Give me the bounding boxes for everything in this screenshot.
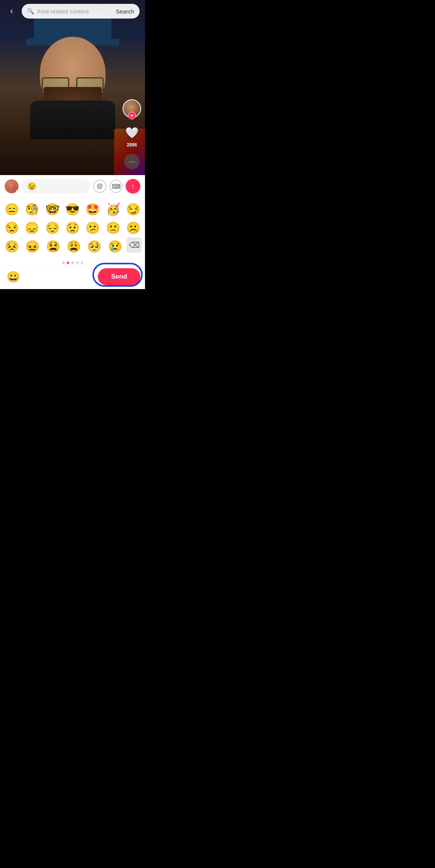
side-actions: + 🤍 2886 ··· xyxy=(123,99,141,169)
send-arrow-button[interactable]: ↑ xyxy=(126,179,140,194)
search-bar[interactable]: 🔍 Find related content Search xyxy=(22,4,140,19)
emoji-cell[interactable]: 🧐 xyxy=(23,200,41,218)
user-avatar: ♻ xyxy=(5,179,19,193)
dot-5 xyxy=(81,262,83,264)
keyboard-button[interactable]: ⌨ xyxy=(109,180,123,193)
emoji-cell[interactable]: 😩 xyxy=(65,237,82,255)
emoji-cell[interactable]: 😞 xyxy=(23,219,41,237)
comment-emoji: 😉 xyxy=(27,182,37,191)
emoji-cell[interactable]: 😣 xyxy=(3,237,21,255)
emoji-row-3: 😣 😖 😫 😩 🥺 😢 ⌫ xyxy=(2,237,143,255)
emoji-cell[interactable]: 😔 xyxy=(43,219,61,237)
comment-input-row: ♻ 😉 @ ⌨ ↑ xyxy=(0,175,145,198)
search-button[interactable]: Search xyxy=(116,8,134,15)
video-person xyxy=(19,12,127,135)
emoji-cell[interactable]: 😑 xyxy=(3,200,20,218)
more-action[interactable]: ··· xyxy=(124,154,140,169)
search-placeholder-text: Find related content xyxy=(38,8,113,15)
dot-1 xyxy=(62,262,65,264)
page-dots xyxy=(0,259,145,266)
emoji-cell[interactable]: 😒 xyxy=(3,219,20,237)
bottom-section: ♻ 😉 @ ⌨ ↑ 😑 🧐 🤓 😎 🤩 🥳 😏 xyxy=(0,175,145,289)
emoji-cell[interactable]: 😏 xyxy=(125,200,142,218)
emoji-row-1: 😑 🧐 🤓 😎 🤩 🥳 😏 xyxy=(2,200,143,218)
user-avatar-badge: ♻ xyxy=(14,189,19,193)
comment-actions: @ ⌨ ↑ xyxy=(93,179,140,194)
send-button[interactable]: Send xyxy=(98,268,140,285)
emoji-cell[interactable]: 🥳 xyxy=(104,200,122,218)
emoji-cell[interactable]: 😕 xyxy=(84,219,102,237)
follow-badge[interactable]: + xyxy=(128,112,136,119)
emoji-tab-button[interactable]: 😀 xyxy=(5,268,22,285)
bottom-bar: 😀 Send xyxy=(0,266,145,289)
emoji-cell[interactable]: 🤩 xyxy=(84,200,102,218)
more-icon: ··· xyxy=(124,154,140,169)
dot-3 xyxy=(72,262,74,264)
emoji-grid: 😑 🧐 🤓 😎 🤩 🥳 😏 😒 😞 😔 😟 😕 🙁 ☹️ 😣 xyxy=(0,198,145,259)
emoji-cell[interactable]: 🤓 xyxy=(43,200,61,218)
emoji-cell[interactable]: 😫 xyxy=(44,237,62,255)
delete-emoji-button[interactable]: ⌫ xyxy=(126,237,142,253)
header: ‹ 🔍 Find related content Search xyxy=(0,0,145,22)
body xyxy=(30,100,115,139)
search-icon: 🔍 xyxy=(27,8,34,15)
emoji-row-2: 😒 😞 😔 😟 😕 🙁 ☹️ xyxy=(2,219,143,237)
smiley-icon: 😀 xyxy=(7,271,20,283)
back-button[interactable]: ‹ xyxy=(5,5,18,17)
emoji-cell[interactable]: 😎 xyxy=(63,200,81,218)
dot-4 xyxy=(76,262,78,264)
like-action[interactable]: 🤍 2886 xyxy=(123,124,140,148)
emoji-cell[interactable]: 😖 xyxy=(24,237,41,255)
dot-2-active xyxy=(67,262,69,264)
at-mention-button[interactable]: @ xyxy=(93,180,106,193)
comment-input[interactable]: 😉 xyxy=(22,179,90,194)
like-count: 2886 xyxy=(127,142,137,148)
heart-icon: 🤍 xyxy=(123,124,140,141)
emoji-cell[interactable]: 🥺 xyxy=(85,237,103,255)
emoji-cell[interactable]: ☹️ xyxy=(125,219,142,237)
emoji-cell[interactable]: 🙁 xyxy=(104,219,122,237)
creator-avatar-wrap[interactable]: + xyxy=(123,99,141,118)
emoji-cell[interactable]: 😢 xyxy=(106,237,124,255)
app-container: ‹ 🔍 Find related content Search + 🤍 2886… xyxy=(0,0,145,289)
emoji-cell[interactable]: 😟 xyxy=(63,219,81,237)
